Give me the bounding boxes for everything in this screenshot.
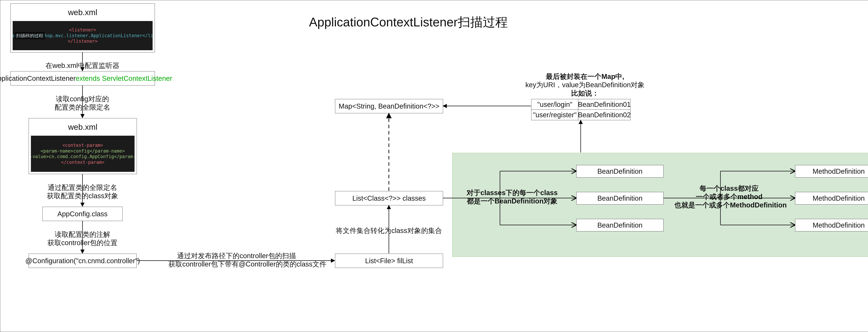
- edge-label-2: 读取config对应的 配置类的全限定名: [49, 95, 116, 111]
- bean-fanout-b: 都是一个BeanDefinition对象: [464, 197, 561, 205]
- node-map: Map<String, BeanDefinition<?>>: [335, 99, 443, 113]
- node-web-xml-2-label: web.xml: [29, 118, 136, 136]
- node-method-3: MethodDefinition: [795, 219, 868, 232]
- node-filelist: List<File> filList: [335, 254, 443, 268]
- method-fanout-b: 一个或者多个method: [675, 192, 784, 201]
- node-web-xml-1-label: web.xml: [10, 4, 155, 21]
- edge-label-3a: 通过配置类的全限定名: [47, 183, 118, 192]
- code-snippet-1: <listener> <listener-class>cn.cnmd.chop.…: [13, 21, 153, 50]
- node-classes: List<Class<?>> classes: [335, 191, 443, 205]
- node-listener-b: extends ServletContextListener: [76, 74, 172, 82]
- bean-fanout-label: 对于classes下的每一个class 都是一个BeanDefinition对象: [464, 188, 561, 205]
- table-r1c2: BeanDefinition01: [578, 99, 630, 110]
- node-bean-3: BeanDefinition: [576, 219, 663, 232]
- node-method-2: MethodDefinition: [795, 192, 868, 205]
- node-web-xml-2: web.xml <context-param> <param-name>conf…: [29, 118, 137, 174]
- method-fanout-label: 每一个class都对应 一个或者多个method 也就是一个或多个MethodD…: [675, 184, 784, 209]
- node-listener-a: ApplicationContextListener: [0, 74, 76, 82]
- table-r1c1: "user/login": [531, 99, 579, 110]
- method-fanout-c: 也就是一个或多个MethodDefinition: [675, 201, 784, 209]
- map-label-b: key为URI，value为BeanDefinition对象: [524, 81, 646, 89]
- v-edge-label-files-to-classes: 将文件集合转化为class对象的集合: [333, 226, 444, 235]
- node-bean-2: BeanDefinition: [576, 192, 663, 205]
- h-edge-label-1b: 获取controller包下带有@Controller的类的class文件: [168, 260, 305, 268]
- diagram-title: ApplicationContextListener扫描过程: [309, 14, 508, 31]
- map-label: 最后被封装在一个Map中, key为URI，value为BeanDefiniti…: [524, 72, 646, 97]
- edge-label-3: 通过配置类的全限定名 获取配置类的class对象: [47, 183, 118, 200]
- code2-l2: <param-name>config</param-name>: [41, 148, 125, 154]
- table-r2c2: BeanDefinition02: [578, 110, 630, 120]
- map-label-a: 最后被封装在一个Map中,: [524, 72, 646, 81]
- code2-l3: <param-value>cn.cnmd.config.AppConfig</p…: [31, 154, 134, 159]
- bean-fanout-a: 对于classes下的每一个class: [464, 188, 561, 197]
- h-edge-label-1a: 通过对发布路径下的controller包的扫描: [168, 251, 305, 260]
- edge-label-4a: 读取配置类的注解: [47, 230, 118, 239]
- code2-l1: <context-param>: [62, 143, 103, 148]
- edge-label-1: 在web.xml中配置监听器: [42, 61, 122, 70]
- code2-l4: </context-param>: [61, 159, 104, 165]
- code1-badge: 扫描样的过程: [14, 32, 45, 39]
- edge-label-4b: 获取controller包的位置: [47, 239, 118, 247]
- code1-l1: <listener>: [69, 27, 96, 33]
- node-listener: ApplicationContextListener extends Servl…: [10, 71, 155, 86]
- method-fanout-a: 每一个class都对应: [675, 184, 784, 192]
- edge-label-2b: 配置类的全限定名: [49, 103, 116, 111]
- node-method-1: MethodDefinition: [795, 165, 868, 178]
- edge-label-2a: 读取config对应的: [49, 95, 116, 103]
- node-web-xml-1: web.xml <listener> <listener-class>cn.cn…: [10, 3, 155, 53]
- node-config-annotation: @Configuration("cn.cnmd.controller"): [29, 254, 136, 268]
- code1-l3: </listener>: [68, 38, 98, 44]
- node-appconfig: AppConfig.class: [42, 207, 123, 221]
- map-label-c: 比如说：: [524, 89, 646, 97]
- code-snippet-2: <context-param> <param-name>config</para…: [31, 136, 134, 172]
- h-edge-label-1: 通过对发布路径下的controller包的扫描 获取controller包下带有…: [168, 251, 305, 268]
- node-bean-1: BeanDefinition: [576, 165, 663, 178]
- table-r2c1: "user/register": [531, 110, 579, 120]
- edge-label-3b: 获取配置类的class对象: [47, 192, 118, 200]
- edge-label-4: 读取配置类的注解 获取controller包的位置: [47, 230, 118, 247]
- diagram-canvas: ApplicationContextListener扫描过程 web.xml <…: [0, 0, 868, 332]
